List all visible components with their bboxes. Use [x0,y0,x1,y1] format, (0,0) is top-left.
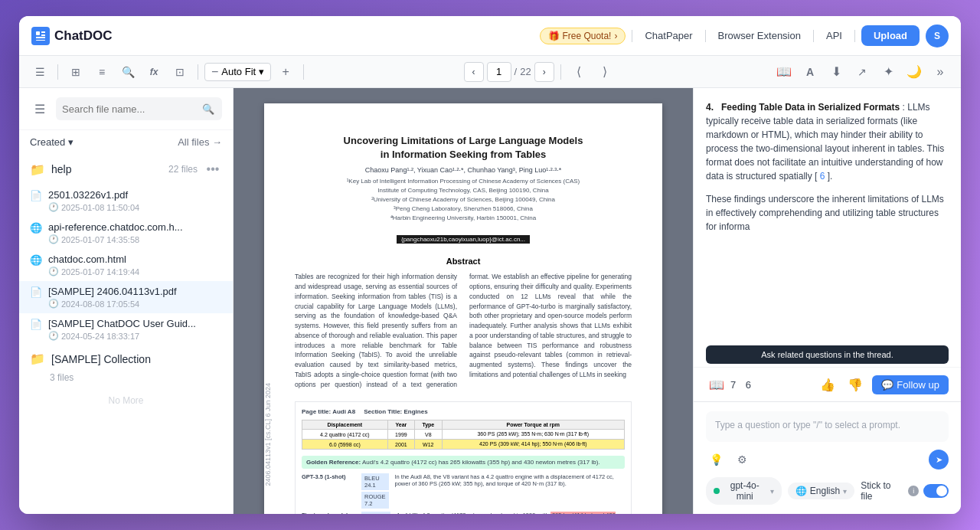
file-date-1: 2025-01-07 14:35:58 [61,235,139,244]
file-date-4: 2024-05-24 18:33:17 [61,332,139,341]
list-item[interactable]: 📄 2501.03226v1.pdf 🕐 2025-01-08 11:50:04 [19,185,233,217]
follow-up-button[interactable]: 💬 Follow up [872,375,949,394]
search-input[interactable] [62,103,197,115]
share-icon: ↗ [858,66,867,78]
browser-extension-link[interactable]: Browser Extension [712,30,807,41]
thumbs-up-button[interactable]: 👍 [817,374,838,395]
file-meta-1: 🕐 2025-01-07 14:35:58 [48,234,222,244]
finding-4-body: : LLMs typically receive table data in s… [706,102,944,182]
toolbar-grid-button[interactable]: ⊞ [64,61,87,83]
font-button[interactable]: A [799,61,822,83]
ai-button[interactable]: ✦ [877,61,900,83]
bookmark-button[interactable]: 📖 [773,61,795,83]
more-icon: » [937,65,944,79]
lightbulb-button[interactable]: 💡 [706,450,726,469]
page-number-input[interactable] [487,62,511,82]
bookmark-action-icon: 📖 [709,378,724,392]
thumbs-up-icon: 👍 [820,378,835,392]
settings-button[interactable]: ⚙ [732,450,752,469]
send-button[interactable]: ➤ [929,450,949,469]
search-box[interactable]: 🔍 [56,97,222,120]
sort-button[interactable]: Created ▾ [30,136,74,148]
api-link[interactable]: API [820,30,848,41]
svg-rect-0 [36,31,40,35]
folder-row-help: 📁 help 22 files ••• [30,160,222,178]
sidebar-item-collection-folder[interactable]: 📁 [SAMPLE] Collection [19,345,233,372]
list-item[interactable]: 🌐 api-reference.chatdoc.com.h... 🕐 2025-… [19,217,233,249]
toolbar-search-button[interactable]: 🔍 [116,61,139,83]
page-nav-forward-button[interactable]: ⟩ [593,61,616,83]
language-select[interactable]: 🌐 English ▾ [788,483,854,499]
file-meta-2: 🕐 2025-01-07 14:19:44 [48,267,222,276]
app-window: ChatDOC 🎁 Free Quota! › ChatPaper Browse… [19,16,961,514]
list-item[interactable]: 📄 [SAMPLE] ChatDOC User Guid... 🕐 2024-0… [19,313,233,345]
font-icon: A [806,66,814,78]
folder-row-collection: 📁 [SAMPLE] Collection [30,352,222,366]
page-separator: / [514,66,518,77]
model-select[interactable]: gpt-4o-mini ▾ [706,477,782,505]
chat-input-box[interactable]: Type a question or type "/" to select a … [706,411,949,442]
download-icon: ⬇ [831,64,841,79]
folder-help-count: 22 files [168,164,198,175]
finding-4-label: Feeding Table Data in Serialized Formats [721,102,900,113]
page-nav-back-button[interactable]: ⟨ [567,61,590,83]
nav-prev-button[interactable]: ‹ [464,62,484,82]
figure-models: GPT-3.5 (1-shot) BLEU 24.1 ROUGE 7.2 In … [302,473,625,514]
toolbar-scan-button[interactable]: ⊡ [168,61,191,83]
lang-flag-icon: 🌐 [795,486,807,496]
list-item[interactable]: 🌐 chatdoc.com.html 🕐 2025-01-07 14:19:44 [19,249,233,281]
all-files-label: All files → [178,136,222,148]
file-info-4: [SAMPLE] ChatDOC User Guid... 🕐 2024-05-… [48,318,222,341]
search-icon[interactable]: 🔍 [201,100,216,117]
paper-email: {pangchaoxu21b,caoyixuan,luop}@ict.ac.cn… [397,235,530,244]
pdf-page: 2406.04113v1 [cs.CL] 6 Jun 2024 Uncoveri… [264,103,662,514]
finding-conclusion-text: These findings underscore the inherent l… [706,192,949,234]
bookmark-action-button[interactable]: 📖 [706,374,727,395]
dark-mode-button[interactable]: 🌙 [903,61,926,83]
toolbar-sep-2 [198,64,198,80]
finding-4: 4. Feeding Table Data in Serialized Form… [706,100,949,183]
hamburger-icon: ☰ [34,102,45,116]
logo-icon [31,27,50,45]
stick-to-file-toggle[interactable] [923,484,949,498]
pdf-viewer[interactable]: 2406.04113v1 [cs.CL] 6 Jun 2024 Uncoveri… [234,88,693,514]
list-item[interactable]: 📄 [SAMPLE] 2406.04113v1.pdf 🕐 2024-08-08… [19,281,233,313]
clock-icon-0: 🕐 [48,202,59,212]
thumbs-down-button[interactable]: 👎 [844,374,866,395]
nav-next-button[interactable]: › [534,62,554,82]
toolbar-zoom-plus-button[interactable]: + [274,61,297,83]
sidebar-menu-button[interactable]: ☰ [30,99,50,119]
clock-icon-1: 🕐 [48,234,59,244]
toolbar-menu-button[interactable]: ☰ [28,61,51,83]
free-quota-badge[interactable]: 🎁 Free Quota! › [540,28,626,44]
download-button[interactable]: ⬇ [825,61,848,83]
finding-4-ref[interactable]: 6 [820,171,825,182]
all-files-button[interactable]: All files → [178,136,222,148]
svg-rect-4 [36,40,45,41]
toolbar-list-button[interactable]: ≡ [90,61,113,83]
avatar[interactable]: S [926,25,949,47]
header-divider-2 [705,30,706,42]
web-icon: 🌐 [30,254,42,266]
paper-title: Uncovering Limitations of Large Language… [295,134,632,162]
toolbar-formula-button[interactable]: fx [142,61,165,83]
folder-name-collection: [SAMPLE] Collection [51,353,151,365]
zoom-control[interactable]: − Auto Fit ▾ [204,63,271,81]
header: ChatDOC 🎁 Free Quota! › ChatPaper Browse… [19,16,961,56]
model-chevron-icon: ▾ [770,487,774,496]
zoom-minus-icon: − [211,65,218,79]
file-info-1: api-reference.chatdoc.com.h... 🕐 2025-01… [48,221,222,244]
scan-icon: ⊡ [175,66,185,78]
folder-more-button[interactable]: ••• [204,160,222,178]
more-options-button[interactable]: » [929,61,952,83]
lang-chevron-icon: ▾ [843,487,847,496]
upload-button[interactable]: Upload [861,25,920,46]
zoom-label: Auto Fit [221,66,256,77]
language-label: English [810,486,840,496]
sidebar-item-help-folder[interactable]: 📁 help 22 files ••• [19,154,233,185]
share-button[interactable]: ↗ [851,61,874,83]
chatpaper-link[interactable]: ChatPaper [639,30,698,41]
file-name-4: [SAMPLE] ChatDOC User Guid... [48,318,222,329]
send-icon: ➤ [936,455,942,465]
follow-up-label: Follow up [897,379,939,391]
